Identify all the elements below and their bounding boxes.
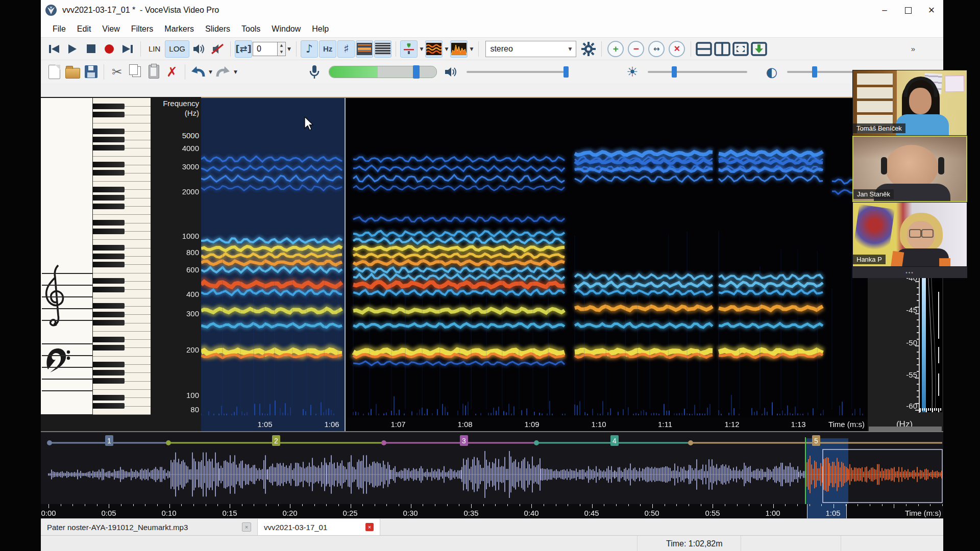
black-key[interactable] bbox=[93, 170, 125, 176]
black-key[interactable] bbox=[93, 403, 125, 409]
black-key[interactable] bbox=[93, 320, 125, 325]
zoom-out-button[interactable]: − bbox=[628, 41, 644, 57]
cut-button[interactable]: ✂ bbox=[108, 63, 126, 81]
tab-close-button[interactable]: × bbox=[242, 522, 251, 532]
audio-on-button[interactable] bbox=[190, 40, 208, 58]
channel-mode-select[interactable]: stereo ▼ bbox=[485, 41, 576, 57]
black-key[interactable] bbox=[93, 378, 125, 384]
waves-dropdown[interactable]: ▼ bbox=[443, 46, 450, 52]
zoom-in-button[interactable]: + bbox=[607, 41, 624, 57]
split-horizontal-button[interactable] bbox=[695, 40, 713, 58]
loop-count-stepper[interactable]: ▲ ▼ bbox=[278, 42, 286, 56]
black-key[interactable] bbox=[93, 220, 125, 226]
skip-start-button[interactable] bbox=[45, 40, 63, 58]
black-key[interactable] bbox=[93, 395, 125, 400]
zoom-reset-button[interactable]: × bbox=[669, 41, 685, 57]
video-tile[interactable]: Tomáš Beníček bbox=[852, 70, 967, 136]
note-display-button[interactable]: ♪ bbox=[301, 40, 318, 58]
right-pane-scrollbar[interactable] bbox=[869, 427, 942, 431]
menu-item-window[interactable]: Window bbox=[266, 24, 306, 34]
tab-2[interactable]: vvv2021-03-17_01× bbox=[258, 519, 380, 535]
black-key[interactable] bbox=[93, 245, 125, 251]
redo-button[interactable] bbox=[214, 63, 232, 81]
black-key[interactable] bbox=[93, 137, 125, 142]
open-file-button[interactable] bbox=[64, 63, 81, 81]
black-key[interactable] bbox=[93, 112, 125, 117]
volume-slider-handle[interactable] bbox=[564, 66, 569, 78]
black-key[interactable] bbox=[93, 229, 125, 234]
video-tile[interactable]: Hanka P bbox=[852, 202, 967, 267]
black-key[interactable] bbox=[93, 345, 125, 350]
input-level-handle[interactable] bbox=[413, 65, 420, 79]
mic-button[interactable] bbox=[306, 63, 323, 81]
tab-close-button[interactable]: × bbox=[365, 523, 374, 531]
save-file-button[interactable] bbox=[82, 63, 100, 81]
video-tile[interactable]: Jan Staněk bbox=[852, 136, 967, 202]
spectrum-dropdown[interactable]: ▼ bbox=[468, 46, 475, 52]
playback-volume-button[interactable] bbox=[443, 63, 460, 81]
close-button[interactable]: × bbox=[920, 0, 943, 20]
spectrum-view-button[interactable] bbox=[450, 40, 468, 58]
log-scale-button[interactable]: LOG bbox=[165, 40, 189, 58]
contrast-button[interactable]: ◐ bbox=[763, 63, 780, 81]
toolbar-overflow-button[interactable]: » bbox=[911, 44, 915, 53]
black-key[interactable] bbox=[93, 187, 125, 192]
audio-mute-button[interactable] bbox=[209, 40, 226, 58]
stop-button[interactable] bbox=[82, 40, 100, 58]
black-key[interactable] bbox=[93, 262, 125, 267]
sharp-display-button[interactable]: ♯ bbox=[337, 40, 355, 58]
black-key[interactable] bbox=[93, 204, 125, 209]
loop-count-input[interactable]: 0 bbox=[253, 42, 278, 56]
spectrogram-playhead[interactable] bbox=[345, 98, 346, 431]
black-key[interactable] bbox=[93, 312, 125, 317]
undo-dropdown[interactable]: ▼ bbox=[207, 69, 214, 74]
spectrogram[interactable] bbox=[201, 98, 868, 417]
black-key[interactable] bbox=[93, 287, 125, 292]
black-key[interactable] bbox=[93, 195, 125, 201]
waves-view-button[interactable] bbox=[425, 40, 443, 58]
loop-dropdown[interactable]: ▼ bbox=[286, 46, 292, 52]
copy-button[interactable] bbox=[127, 63, 144, 81]
menu-item-edit[interactable]: Edit bbox=[71, 24, 97, 34]
black-key[interactable] bbox=[93, 278, 125, 284]
linear-scale-button[interactable]: LIN bbox=[145, 40, 164, 58]
black-key[interactable] bbox=[93, 145, 125, 151]
marker-badge-number[interactable]: 3 bbox=[462, 437, 466, 445]
new-file-button[interactable] bbox=[45, 63, 63, 81]
black-key[interactable] bbox=[93, 254, 125, 259]
settings-button[interactable] bbox=[580, 40, 597, 58]
lines-view-button[interactable] bbox=[374, 40, 391, 58]
brightness-button[interactable]: ☀ bbox=[624, 63, 641, 81]
black-key[interactable] bbox=[93, 362, 125, 367]
marker-badge-number[interactable]: 4 bbox=[612, 437, 617, 445]
marker-badge-number[interactable]: 1 bbox=[107, 437, 111, 445]
marker-badge-number[interactable]: 5 bbox=[814, 437, 818, 445]
split-vertical-button[interactable] bbox=[714, 40, 731, 58]
menu-item-sliders[interactable]: Sliders bbox=[200, 24, 236, 34]
tab-1[interactable]: Pater noster-AYA-191012_Neumarkt.mp3× bbox=[41, 519, 258, 535]
hz-display-button[interactable]: Hz bbox=[319, 40, 336, 58]
black-key[interactable] bbox=[93, 104, 125, 109]
play-button[interactable] bbox=[64, 40, 81, 58]
menu-item-tools[interactable]: Tools bbox=[236, 24, 266, 34]
brightness-slider-handle[interactable] bbox=[672, 66, 677, 78]
black-key[interactable] bbox=[93, 337, 125, 342]
record-button[interactable] bbox=[101, 40, 118, 58]
delete-button[interactable]: ✗ bbox=[163, 63, 181, 81]
waveform-overview[interactable]: 12345 bbox=[41, 431, 943, 504]
paste-button[interactable] bbox=[145, 63, 162, 81]
undo-button[interactable] bbox=[189, 63, 207, 81]
piano-keyboard[interactable] bbox=[92, 98, 151, 414]
volume-slider[interactable] bbox=[467, 71, 569, 73]
menu-item-view[interactable]: View bbox=[96, 24, 125, 34]
skip-end-button[interactable] bbox=[119, 40, 136, 58]
collapse-panels-button[interactable] bbox=[732, 40, 749, 58]
black-key[interactable] bbox=[93, 129, 125, 134]
spectrogram-view-button[interactable] bbox=[356, 40, 373, 58]
marker-badge-number[interactable]: 2 bbox=[274, 437, 278, 445]
menu-item-file[interactable]: File bbox=[47, 24, 71, 34]
black-key[interactable] bbox=[93, 303, 125, 309]
zoom-fit-button[interactable]: ↔ bbox=[648, 41, 665, 57]
contrast-slider-handle[interactable] bbox=[812, 66, 817, 78]
snap-to-line-button[interactable] bbox=[400, 40, 418, 58]
